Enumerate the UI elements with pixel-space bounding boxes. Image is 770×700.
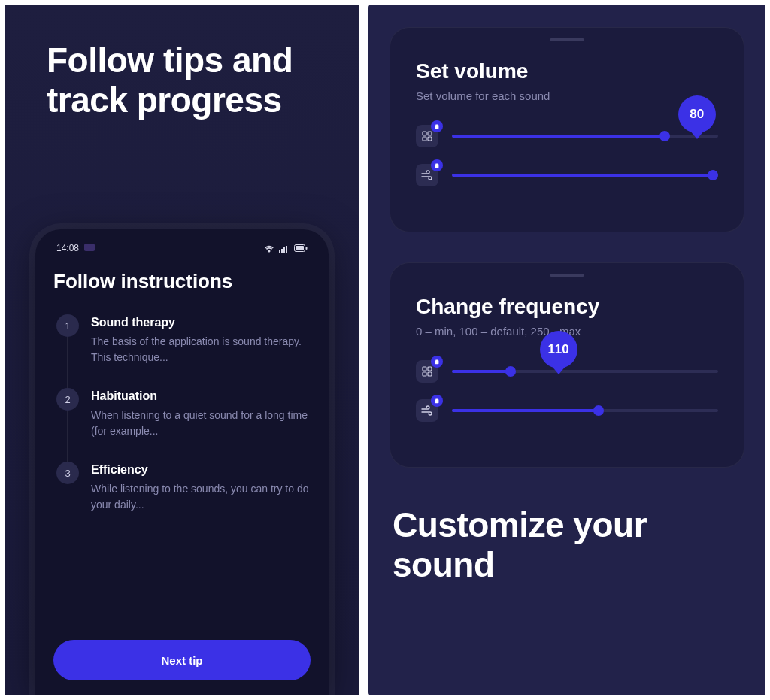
svg-rect-6 [306, 247, 308, 250]
svg-rect-11 [423, 367, 426, 371]
svg-rect-8 [428, 132, 432, 135]
volume-slider-2[interactable] [452, 174, 718, 177]
next-tip-button[interactable]: Next tip [53, 640, 311, 680]
frequency-card: Change frequency 0 – min, 100 – default,… [390, 262, 744, 468]
volume-slider-row-1: 80 [416, 125, 718, 147]
svg-rect-14 [428, 372, 432, 376]
promo-panel-left: Follow tips and track progress 14:08 Fol… [5, 5, 359, 695]
step-description: The basis of the application is sound th… [91, 334, 311, 365]
promo-heading-left: Follow tips and track progress [5, 5, 359, 120]
status-time: 14:08 [56, 243, 79, 253]
svg-rect-0 [279, 250, 280, 253]
step-title: Efficiency [91, 463, 311, 477]
svg-rect-12 [428, 367, 432, 371]
signal-icon [279, 244, 290, 253]
drag-handle-icon[interactable] [550, 274, 584, 277]
delete-badge-icon[interactable] [431, 356, 443, 368]
promo-panel-right: Set volume Set volume for each sound 80 [368, 5, 765, 695]
step-number: 2 [56, 388, 79, 411]
step-number: 1 [56, 314, 79, 337]
frequency-slider-row-1: 110 [416, 360, 718, 383]
svg-rect-1 [281, 249, 283, 253]
status-bar: 14:08 [53, 243, 311, 264]
step-title: Habituation [91, 389, 311, 403]
frequency-card-title: Change frequency [416, 295, 718, 319]
frequency-slider-row-2 [416, 399, 718, 422]
frequency-slider-1[interactable]: 110 [452, 370, 718, 373]
step-title: Sound therapy [91, 316, 311, 329]
volume-pin: 80 [678, 95, 716, 133]
svg-rect-9 [423, 137, 426, 141]
step-number: 3 [56, 462, 79, 484]
volume-slider-1[interactable]: 80 [452, 135, 718, 138]
phone-mockup: 14:08 Follow instructions 1 Sound therap… [35, 229, 329, 695]
svg-rect-13 [423, 372, 426, 376]
status-icons [264, 244, 308, 253]
volume-card-subtitle: Set volume for each sound [416, 89, 718, 102]
grid-sound-icon[interactable] [416, 125, 438, 147]
svg-rect-10 [428, 137, 432, 141]
svg-rect-7 [423, 132, 426, 135]
svg-rect-5 [296, 246, 304, 250]
wind-sound-icon[interactable] [416, 164, 438, 186]
volume-card: Set volume Set volume for each sound 80 [390, 27, 744, 232]
svg-rect-3 [286, 246, 287, 253]
wifi-icon [264, 244, 274, 253]
wind-sound-icon[interactable] [416, 399, 438, 422]
step-item[interactable]: 3 Efficiency While listening to the soun… [56, 462, 311, 513]
promo-heading-right: Customize your sound [390, 498, 744, 585]
delete-badge-icon[interactable] [431, 120, 443, 132]
grid-sound-icon[interactable] [416, 360, 438, 383]
frequency-pin: 110 [540, 331, 578, 368]
step-item[interactable]: 1 Sound therapy The basis of the applica… [56, 314, 311, 365]
volume-slider-row-2 [416, 164, 718, 186]
step-description: While listening to the sounds, you can t… [91, 481, 311, 513]
drag-handle-icon[interactable] [550, 38, 584, 41]
delete-badge-icon[interactable] [431, 395, 443, 407]
instruction-steps: 1 Sound therapy The basis of the applica… [53, 314, 311, 513]
frequency-slider-2[interactable] [452, 409, 718, 412]
delete-badge-icon[interactable] [431, 159, 443, 171]
battery-icon [294, 244, 308, 253]
svg-rect-2 [283, 247, 285, 253]
instructions-title: Follow instructions [53, 264, 311, 314]
volume-card-title: Set volume [416, 59, 718, 83]
step-item[interactable]: 2 Habituation When listening to a quiet … [56, 388, 311, 439]
status-indicator-icon [84, 244, 95, 251]
step-description: When listening to a quiet sound for a lo… [91, 408, 311, 439]
